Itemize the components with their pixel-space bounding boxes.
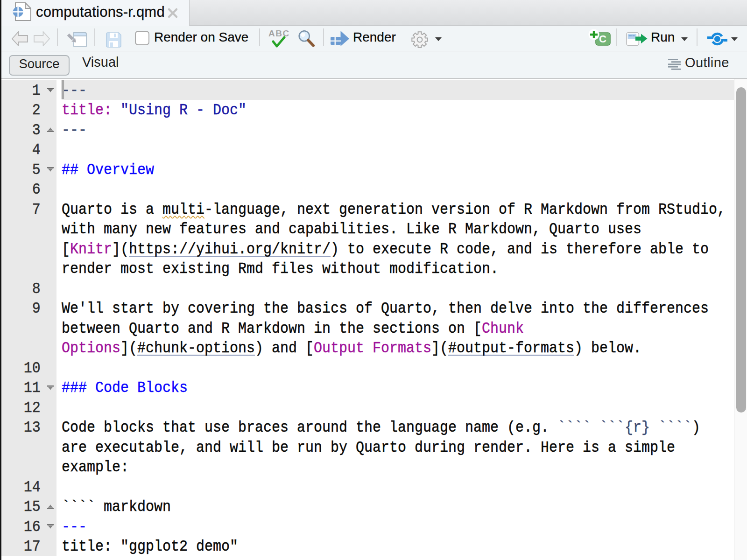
- svg-text:C: C: [599, 33, 606, 45]
